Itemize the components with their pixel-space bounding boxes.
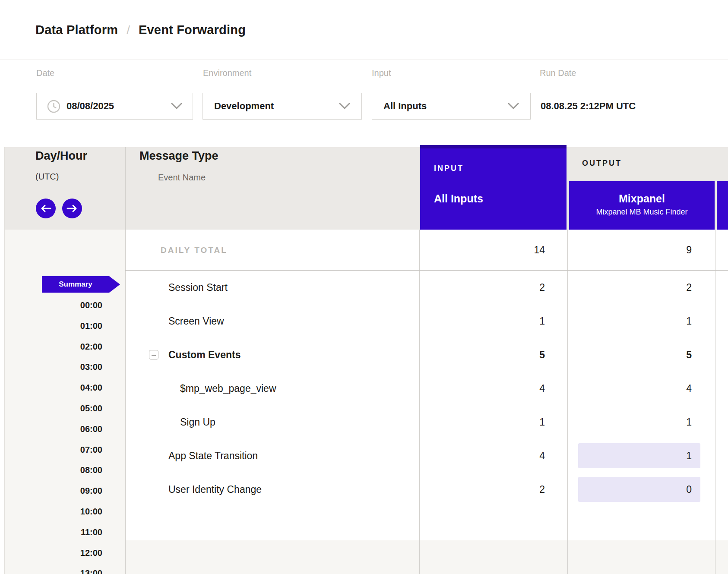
- chevron-down-icon: [171, 103, 182, 110]
- day-hour-subtitle: (UTC): [35, 172, 59, 182]
- highlighted-cell: 1: [578, 443, 700, 468]
- event-row-label: App State Transition: [168, 439, 258, 473]
- environment-value: Development: [214, 101, 274, 112]
- clock-icon: [47, 100, 60, 113]
- table-row: App State Transition41: [125, 439, 728, 473]
- mixpanel-count-value: 0: [686, 477, 692, 502]
- event-row-label: User Identity Change: [168, 473, 262, 506]
- table-row: $mp_web_page_view44: [125, 372, 728, 405]
- mixpanel-count-value: 5: [686, 338, 692, 372]
- hour-label[interactable]: 01:00: [80, 321, 102, 331]
- daily-total-label: DAILY TOTAL: [161, 230, 228, 271]
- input-filter-label: Input: [372, 68, 391, 78]
- top-bar: Data Platform / Event Forwarding: [0, 0, 728, 60]
- date-dropdown[interactable]: 08/08/2025: [36, 93, 193, 120]
- hour-label[interactable]: 12:00: [80, 548, 102, 558]
- event-row-label: Screen View: [168, 304, 224, 338]
- event-row-label: Custom Events: [168, 338, 241, 372]
- run-date-value: 08.08.25 2:12PM UTC: [541, 101, 636, 112]
- mixpanel-column-header[interactable]: Mixpanel Mixpanel MB Music Finder: [569, 181, 715, 230]
- input-count-value: 1: [539, 405, 545, 439]
- run-date-label: Run Date: [540, 68, 576, 78]
- input-count-value: 4: [539, 439, 545, 473]
- environment-dropdown[interactable]: Development: [203, 93, 362, 120]
- previous-day-button[interactable]: [36, 199, 56, 218]
- breadcrumb: Data Platform / Event Forwarding: [35, 0, 246, 60]
- breadcrumb-separator: /: [127, 23, 130, 37]
- hour-label[interactable]: 09:00: [80, 486, 102, 496]
- daily-total-row: DAILY TOTAL 14 9: [125, 230, 728, 271]
- input-column-name: All Inputs: [434, 192, 483, 205]
- event-row-label: Session Start: [168, 271, 228, 304]
- daily-total-mixpanel-value: 9: [686, 230, 692, 271]
- mixpanel-count-value: 2: [686, 271, 692, 304]
- summary-badge[interactable]: Summary: [42, 276, 120, 293]
- day-hour-title: Day/Hour: [35, 149, 87, 163]
- minus-square-icon: [152, 355, 156, 356]
- input-dropdown[interactable]: All Inputs: [372, 93, 531, 120]
- environment-filter-label: Environment: [203, 68, 251, 78]
- table-row: Sign Up11: [125, 405, 728, 439]
- table-footer-band: [125, 540, 728, 574]
- table-row: Custom Events55: [125, 338, 728, 372]
- event-row-label: Sign Up: [180, 405, 215, 439]
- daily-total-input-value: 14: [534, 230, 545, 271]
- next-day-button[interactable]: [62, 199, 82, 218]
- table-row: Session Start22: [125, 271, 728, 304]
- hour-label[interactable]: 07:00: [80, 445, 102, 454]
- table-row: User Identity Change20: [125, 473, 728, 506]
- message-type-title: Message Type: [139, 149, 218, 163]
- hour-label[interactable]: 06:00: [80, 424, 102, 434]
- mixpanel-column-subtitle: Mixpanel MB Music Finder: [569, 208, 715, 217]
- page-title: Event Forwarding: [139, 23, 246, 37]
- hour-label[interactable]: 03:00: [80, 362, 102, 372]
- arrow-right-icon: [66, 204, 78, 213]
- hour-label[interactable]: 02:00: [80, 341, 102, 351]
- input-count-value: 1: [539, 304, 545, 338]
- input-value: All Inputs: [383, 101, 427, 112]
- mixpanel-count-value: 4: [686, 372, 692, 405]
- mixpanel-count-value: 1: [686, 405, 692, 439]
- breadcrumb-section[interactable]: Data Platform: [35, 23, 118, 37]
- hour-label[interactable]: 13:00: [80, 568, 102, 574]
- input-count-value: 2: [539, 473, 545, 506]
- input-count-value: 5: [539, 338, 545, 372]
- hour-label[interactable]: 10:00: [80, 507, 102, 517]
- input-group-label: INPUT: [434, 164, 464, 173]
- table-row: Screen View11: [125, 304, 728, 338]
- date-filter-label: Date: [36, 68, 54, 78]
- output-group-label: OUTPUT: [582, 159, 622, 168]
- hour-label[interactable]: 00:00: [80, 300, 102, 310]
- message-type-subtitle: Event Name: [158, 173, 206, 183]
- date-value: 08/08/2025: [66, 101, 114, 112]
- chevron-down-icon: [508, 103, 519, 110]
- left-gutter-line: [4, 147, 5, 574]
- input-count-value: 4: [539, 372, 545, 405]
- mixpanel-column-name: Mixpanel: [569, 192, 715, 205]
- highlighted-cell: 0: [578, 477, 700, 502]
- mixpanel-count-value: 1: [686, 443, 692, 468]
- arrow-left-icon: [40, 204, 51, 213]
- mixpanel-count-value: 1: [686, 304, 692, 338]
- hour-label[interactable]: 05:00: [80, 404, 102, 413]
- input-count-value: 2: [539, 271, 545, 304]
- event-row-label: $mp_web_page_view: [180, 372, 276, 405]
- event-forwarding-page: Data Platform / Event Forwarding Date En…: [0, 0, 728, 574]
- hour-label[interactable]: 11:00: [81, 527, 102, 537]
- summary-label: Summary: [42, 276, 109, 293]
- partial-output-column-header[interactable]: [717, 181, 728, 230]
- hour-label[interactable]: 08:00: [80, 465, 102, 475]
- chevron-down-icon: [339, 103, 350, 110]
- hour-label[interactable]: 04:00: [80, 383, 102, 393]
- input-column-header[interactable]: INPUT All Inputs: [420, 145, 567, 230]
- collapse-toggle[interactable]: [149, 350, 158, 360]
